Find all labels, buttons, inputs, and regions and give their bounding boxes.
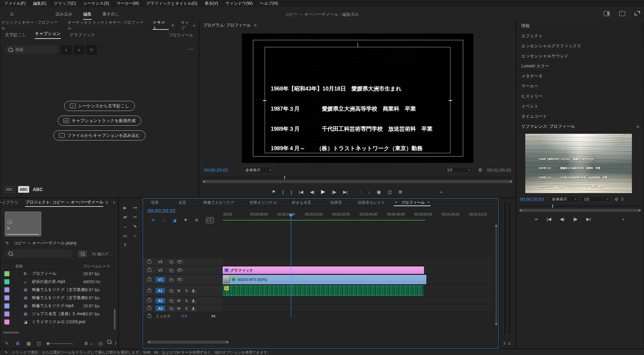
- tab-audio-track-mixer[interactable]: オーディオトラックミキサー: プロフィール: [67, 21, 146, 30]
- project-item-video2[interactable]: ▤ 映像で人をツナグ（文字透過）29.97 fps: [0, 294, 114, 302]
- lock-icon[interactable]: [148, 299, 151, 302]
- reference-goto-out-button[interactable]: ▶|: [586, 217, 591, 221]
- menu-graphics-titles[interactable]: グラフィックとタイトル(G): [146, 1, 197, 6]
- timeline-panel-menu-icon[interactable]: ≡: [427, 200, 430, 204]
- automate-to-sequence-icon[interactable]: ▤: [98, 341, 103, 346]
- refresh-button[interactable]: ↻: [86, 45, 97, 55]
- track-select-forward-tool[interactable]: ↦: [131, 204, 139, 211]
- reference-step-back-button[interactable]: ◀|: [560, 217, 564, 221]
- project-item-psd[interactable]: ◪ ミライヲツクルロゴ1103.psd: [0, 318, 114, 326]
- reference-monitor-preview[interactable]: 1968年【昭和43年】10月18日 愛媛県大洲市生まれ 1987年３月 愛媛県…: [525, 134, 632, 193]
- panel-tab-lumetri-color[interactable]: Lumetri カラー: [517, 61, 644, 71]
- caption-search-input[interactable]: 検索: [5, 45, 58, 54]
- project-item-audio[interactable]: ♫ 砂浜の波の音.mp348000 Hz: [0, 278, 114, 286]
- project-item-video4[interactable]: ▤ ジョブス名言（透過）3 .mov29.97 fps: [0, 310, 114, 318]
- project-panel-menu-icon[interactable]: ≡: [105, 200, 108, 204]
- search-next-button[interactable]: ∨: [73, 45, 84, 55]
- step-forward-button[interactable]: |▶: [332, 190, 336, 194]
- create-caption-track-button[interactable]: CC キャプショントラックを新規作成: [58, 116, 142, 126]
- panel-tab-essential-sound[interactable]: エッセンシャルサウンド: [517, 51, 644, 61]
- pen-tool[interactable]: ✎: [131, 223, 139, 230]
- sequence-tab-quotes[interactable]: 名言: [178, 200, 186, 205]
- toggle-track-output-icon[interactable]: [177, 278, 182, 281]
- program-video-preview[interactable]: 1968年【昭和43年】10月18日 愛媛県大洲市生まれ 1987年３月 愛媛県…: [242, 34, 473, 163]
- timeline-current-timecode[interactable]: 00;00;20;02: [148, 208, 176, 214]
- lock-icon[interactable]: [148, 307, 151, 310]
- track-header-v3[interactable]: V3: [143, 258, 223, 265]
- sequence-tab-sfx[interactable]: 効果音: [330, 200, 342, 205]
- slip-tool[interactable]: ↔: [121, 223, 129, 230]
- razor-tool[interactable]: ✂: [131, 214, 139, 220]
- project-item-sequence[interactable]: ⧉ プロフィール29.97 fps: [0, 270, 114, 278]
- zoom-slider-handle[interactable]: [47, 342, 49, 345]
- program-current-timecode[interactable]: 00;00;20;02: [204, 168, 228, 173]
- project-search-input[interactable]: [5, 249, 72, 258]
- project-info-icon[interactable]: i: [115, 341, 116, 346]
- text-panel-menu-icon[interactable]: ≡: [171, 23, 174, 27]
- lock-icon[interactable]: [148, 289, 151, 292]
- lock-icon[interactable]: [148, 260, 151, 263]
- voiceover-record-icon[interactable]: [193, 307, 194, 310]
- reference-time-ruler[interactable]: [520, 206, 640, 206]
- label-swatch[interactable]: [4, 295, 9, 300]
- program-zoom-scrollbar[interactable]: [203, 180, 513, 183]
- voiceover-record-icon[interactable]: [193, 289, 194, 292]
- toggle-track-output-icon[interactable]: [177, 269, 182, 272]
- project-overflow-icon[interactable]: »: [113, 200, 115, 204]
- sequence-tab-tsunagu[interactable]: 映像で人をツナグ: [203, 200, 234, 205]
- timeline-playhead[interactable]: [291, 214, 291, 317]
- menu-sequence[interactable]: シーケンス(S): [83, 1, 109, 6]
- type-tool[interactable]: T: [121, 242, 129, 248]
- caption-more-options-icon[interactable]: ⋯: [188, 46, 194, 52]
- reference-resolution-select[interactable]: 1/2∨: [582, 196, 611, 202]
- label-swatch[interactable]: [4, 319, 9, 324]
- search-prev-button[interactable]: ∧: [61, 45, 71, 55]
- selection-tool[interactable]: ▶: [121, 204, 129, 211]
- goto-out-button[interactable]: ▶|: [343, 190, 347, 194]
- label-swatch[interactable]: [4, 271, 9, 276]
- track-header-v1[interactable]: V1: [143, 275, 223, 284]
- quick-export-icon[interactable]: [619, 11, 625, 16]
- track-header-a3[interactable]: A3 M S: [143, 305, 223, 312]
- menu-window[interactable]: ウィンドウ(W): [225, 1, 253, 6]
- tab-libraries[interactable]: ライブラリ: [0, 200, 18, 205]
- lock-icon[interactable]: [148, 278, 151, 281]
- list-view-button[interactable]: ≣: [16, 341, 20, 346]
- freeform-view-button[interactable]: ◫: [37, 341, 41, 346]
- project-item-video3[interactable]: ▧ 映像で人をツナグ.mp429.97 fps: [0, 302, 114, 310]
- captions-track-options-icon[interactable]: CC: [206, 217, 214, 223]
- mute-button[interactable]: M: [177, 289, 180, 293]
- subtab-captions[interactable]: キャプション: [35, 31, 61, 39]
- settings-wrench-icon[interactable]: ⚙: [478, 168, 482, 172]
- reference-button-editor-plus[interactable]: ＋: [621, 217, 625, 221]
- label-swatch[interactable]: [4, 287, 9, 292]
- caption-style-small[interactable]: ABC: [4, 186, 15, 193]
- panel-tab-reference-monitor[interactable]: リファレンス: プロフィール ≡: [517, 122, 644, 132]
- work-area-bar[interactable]: [223, 220, 425, 221]
- mute-button[interactable]: M: [177, 299, 180, 303]
- panel-overflow-icon[interactable]: »: [193, 23, 195, 27]
- zoom-level-select[interactable]: 全体表示∨: [243, 167, 274, 174]
- mix-track-header[interactable]: ミックス 0.0 ⋈: [143, 312, 492, 320]
- text-selection-box[interactable]: [265, 47, 450, 153]
- project-horizontal-scrollbar[interactable]: [3, 332, 19, 334]
- reference-step-forward-button[interactable]: |▶: [573, 217, 578, 221]
- panel-tab-essential-graphics[interactable]: エッセンシャルグラフィックス: [517, 41, 644, 51]
- button-editor-plus[interactable]: ＋: [439, 190, 443, 194]
- lock-icon[interactable]: [148, 315, 151, 318]
- reference-goto-in-button[interactable]: |◀: [547, 217, 551, 221]
- mix-level-value[interactable]: 0.0: [182, 314, 187, 318]
- import-captions-button[interactable]: → ファイルからキャプションを読み込む: [53, 130, 146, 140]
- gang-to-program-icon[interactable]: ∞: [535, 217, 538, 221]
- mark-out-button[interactable]: }: [290, 190, 292, 194]
- panel-tab-history[interactable]: ヒストリー: [517, 92, 644, 102]
- solo-button[interactable]: S: [185, 289, 188, 293]
- sequence-tab-profile-active[interactable]: プロフィール: [401, 200, 425, 205]
- clip-video-00024[interactable]: fx 00024.MTS [50%]: [223, 275, 426, 284]
- track-header-a1[interactable]: A1 M S: [143, 285, 223, 296]
- project-file-name[interactable]: コピー ～ オーバーザメール.prproj: [14, 240, 76, 246]
- tab-project[interactable]: プロジェクト: コピー ～ オーバーザメール: [25, 198, 103, 207]
- timeline-zoom-scrollbar[interactable]: [148, 341, 229, 344]
- reference-zoom-select[interactable]: 全体表示∨: [549, 196, 579, 203]
- tab-text[interactable]: テキスト: [153, 21, 169, 30]
